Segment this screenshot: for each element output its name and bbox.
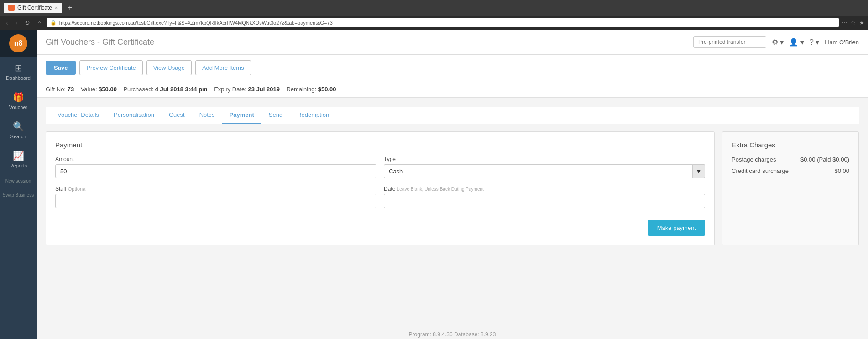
type-select[interactable]: Cash Credit Card Cheque EFTPOS [384, 164, 705, 178]
postage-amount: $0.00 (Paid $0.00) [800, 156, 849, 163]
date-group: Date Leave Blank, Unless Back Dating Pay… [384, 186, 705, 208]
person-icon[interactable]: 👤 ▾ [789, 38, 804, 47]
nav-forward-button[interactable]: › [13, 18, 20, 27]
sidebar-item-voucher[interactable]: 🎁 Voucher [0, 86, 37, 115]
sidebar-item-search[interactable]: 🔍 Search [0, 115, 37, 145]
credit-card-row: Credit card surcharge $0.00 [732, 167, 849, 174]
help-icon[interactable]: ? ▾ [810, 38, 819, 47]
type-select-wrap: Cash Credit Card Cheque EFTPOS ▼ [384, 164, 705, 178]
tab-close-button[interactable]: × [55, 5, 58, 10]
toolbar: Save Preview Certificate View Usage Add … [37, 55, 868, 81]
extra-charges-panel: Extra Charges Postage charges $0.00 (Pai… [722, 131, 859, 245]
header-main-title: Gift Vouchers [46, 37, 95, 47]
amount-label: Amount [55, 156, 376, 162]
save-button[interactable]: Save [46, 61, 76, 75]
app-container: n8 ⊞ Dashboard 🎁 Voucher 🔍 Search 📈 Repo… [0, 30, 868, 339]
address-text: https://secure.netbookings.com.au/test/G… [59, 20, 835, 26]
purchased-date: 4 Jul 2018 3:44 pm [155, 86, 208, 93]
staff-optional: Optional [68, 186, 87, 192]
sidebar-item-label: Voucher [9, 104, 27, 110]
settings-icon[interactable]: ⚙ ▾ [772, 38, 784, 47]
postage-charges-row: Postage charges $0.00 (Paid $0.00) [732, 156, 849, 163]
make-payment-button[interactable]: Make payment [648, 220, 705, 236]
tab-personalisation[interactable]: Personalisation [106, 107, 162, 124]
header-subtitle: Gift Certificate [102, 37, 154, 47]
remaining-label: Remaining: [286, 86, 316, 93]
staff-date-row: Staff Optional Date Leave Blank, Unless … [55, 186, 705, 208]
date-input[interactable] [384, 194, 705, 208]
tab-title: Gift Certificate [17, 5, 52, 11]
remaining-amount: $50.00 [318, 86, 336, 93]
sidebar-item-reports[interactable]: 📈 Reports [0, 145, 37, 174]
view-usage-button[interactable]: View Usage [146, 60, 192, 75]
amount-input[interactable] [55, 164, 376, 178]
sidebar-item-label: Dashboard [6, 75, 31, 81]
bookmark-icon[interactable]: ☆ [851, 20, 856, 26]
staff-input[interactable] [55, 194, 376, 208]
sidebar-logo: n8 [0, 30, 37, 57]
footer: Program: 8.9.4.36 Database: 8.9.23 [37, 327, 868, 339]
info-bar: Gift No: 73 Value: $50.00 Purchased: 4 J… [37, 81, 868, 98]
header-title: Gift Vouchers - Gift Certificate [46, 37, 154, 47]
tabs: Voucher Details Personalisation Guest No… [46, 107, 859, 124]
lock-icon: 🔒 [50, 20, 57, 26]
expiry-date: 23 Jul 2019 [248, 86, 280, 93]
date-hint: Leave Blank, Unless Back Dating Payment [397, 187, 484, 192]
pre-printed-transfer-input[interactable] [693, 36, 766, 48]
staff-group: Staff Optional [55, 186, 376, 208]
credit-card-label: Credit card surcharge [732, 167, 789, 174]
nav-extras: ⋯ ☆ ★ [842, 20, 864, 26]
tab-voucher-details[interactable]: Voucher Details [50, 107, 106, 124]
star-icon[interactable]: ★ [859, 20, 864, 26]
staff-label: Staff Optional [55, 186, 376, 192]
type-group: Type Cash Credit Card Cheque EFTPOS ▼ [384, 156, 705, 178]
payment-panel-title: Payment [55, 141, 705, 149]
value-amount: $50.00 [99, 86, 117, 93]
main-content: Gift Vouchers - Gift Certificate ⚙ ▾ 👤 ▾… [37, 30, 868, 339]
search-icon: 🔍 [13, 121, 24, 132]
voucher-icon: 🎁 [13, 92, 24, 103]
sidebar-item-label: Search [10, 134, 26, 139]
payment-actions: Make payment [55, 215, 705, 236]
tab-payment[interactable]: Payment [222, 107, 261, 124]
add-more-items-button[interactable]: Add More Items [195, 60, 251, 75]
sidebar-item-label: Reports [10, 163, 27, 168]
amount-group: Amount [55, 156, 376, 178]
panels: Payment Amount Type Cash Credit Card [46, 131, 859, 245]
user-name[interactable]: Liam O'Brien [825, 39, 859, 46]
purchased-label: Purchased: [123, 86, 153, 93]
nav-back-button[interactable]: ‹ [4, 18, 10, 27]
sidebar: n8 ⊞ Dashboard 🎁 Voucher 🔍 Search 📈 Repo… [0, 30, 37, 339]
new-tab-button[interactable]: + [65, 4, 74, 12]
header-right: ⚙ ▾ 👤 ▾ ? ▾ Liam O'Brien [693, 36, 859, 48]
date-label: Date Leave Blank, Unless Back Dating Pay… [384, 186, 705, 192]
address-bar[interactable]: 🔒 https://secure.netbookings.com.au/test… [47, 18, 839, 27]
program-version: Program: 8.9.4.36 Database: 8.9.23 [409, 331, 496, 338]
browser-chrome: Gift Certificate × + [0, 0, 868, 16]
credit-card-amount: $0.00 [834, 167, 849, 174]
value-label: Value: [81, 86, 97, 93]
content-area: Voucher Details Personalisation Guest No… [37, 98, 868, 327]
nav-home-button[interactable]: ⌂ [35, 18, 43, 27]
browser-nav: ‹ › ↻ ⌂ 🔒 https://secure.netbookings.com… [0, 16, 868, 30]
type-label: Type [384, 156, 705, 162]
swap-business-link[interactable]: Swap Business [3, 188, 34, 202]
nav-menu-button[interactable]: ⋯ [842, 20, 847, 26]
reports-icon: 📈 [13, 150, 24, 161]
expiry-label: Expiry Date: [214, 86, 246, 93]
top-header: Gift Vouchers - Gift Certificate ⚙ ▾ 👤 ▾… [37, 30, 868, 55]
tab-redemption[interactable]: Redemption [290, 107, 336, 124]
gift-no-label: Gift No: [46, 86, 66, 93]
postage-label: Postage charges [732, 156, 776, 163]
nav-refresh-button[interactable]: ↻ [22, 18, 32, 27]
preview-certificate-button[interactable]: Preview Certificate [79, 60, 142, 75]
tab-notes[interactable]: Notes [192, 107, 222, 124]
browser-tab[interactable]: Gift Certificate × [4, 3, 62, 13]
sidebar-item-dashboard[interactable]: ⊞ Dashboard [0, 57, 37, 86]
amount-type-row: Amount Type Cash Credit Card Cheque EFTP… [55, 156, 705, 178]
tab-send[interactable]: Send [261, 107, 290, 124]
gift-no-value: 73 [68, 86, 74, 93]
tab-favicon [8, 5, 15, 11]
new-session-link[interactable]: New session [5, 174, 31, 188]
tab-guest[interactable]: Guest [162, 107, 192, 124]
